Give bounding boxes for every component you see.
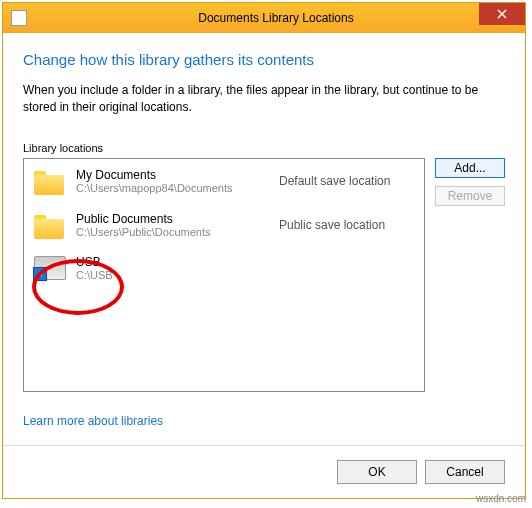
watermark: wsxdn.com [476,493,526,504]
dialog-window: Documents Library Locations Change how t… [2,2,526,499]
item-texts: Public Documents C:\Users\Public\Documen… [76,212,269,238]
item-path: C:\Users\Public\Documents [76,226,269,238]
page-heading: Change how this library gathers its cont… [23,51,505,68]
locations-row: My Documents C:\Users\mapopp84\Documents… [23,158,505,392]
description-text: When you include a folder in a library, … [23,82,505,116]
remove-button: Remove [435,186,505,206]
content-area: Change how this library gathers its cont… [3,33,525,445]
item-path: C:\Users\mapopp84\Documents [76,182,269,194]
list-item[interactable]: My Documents C:\Users\mapopp84\Documents… [24,159,424,203]
window-title: Documents Library Locations [27,11,525,25]
item-title: Public Documents [76,212,269,226]
dialog-footer: OK Cancel [3,445,525,498]
close-button[interactable] [479,3,525,25]
list-item[interactable]: USB C:\USB [24,247,424,289]
drive-icon [34,256,66,280]
item-status: Public save location [279,218,414,232]
list-item[interactable]: Public Documents C:\Users\Public\Documen… [24,203,424,247]
item-status: Default save location [279,174,414,188]
titlebar: Documents Library Locations [3,3,525,33]
close-icon [497,9,507,19]
item-texts: USB C:\USB [76,255,269,281]
add-button[interactable]: Add... [435,158,505,178]
library-locations-label: Library locations [23,142,505,154]
item-title: USB [76,255,269,269]
learn-more-link[interactable]: Learn more about libraries [23,414,163,428]
item-path: C:\USB [76,269,269,281]
side-buttons: Add... Remove [435,158,505,392]
app-icon [11,10,27,26]
folder-icon [34,211,66,239]
locations-listbox[interactable]: My Documents C:\Users\mapopp84\Documents… [23,158,425,392]
folder-icon [34,167,66,195]
cancel-button[interactable]: Cancel [425,460,505,484]
ok-button[interactable]: OK [337,460,417,484]
item-title: My Documents [76,168,269,182]
item-texts: My Documents C:\Users\mapopp84\Documents [76,168,269,194]
